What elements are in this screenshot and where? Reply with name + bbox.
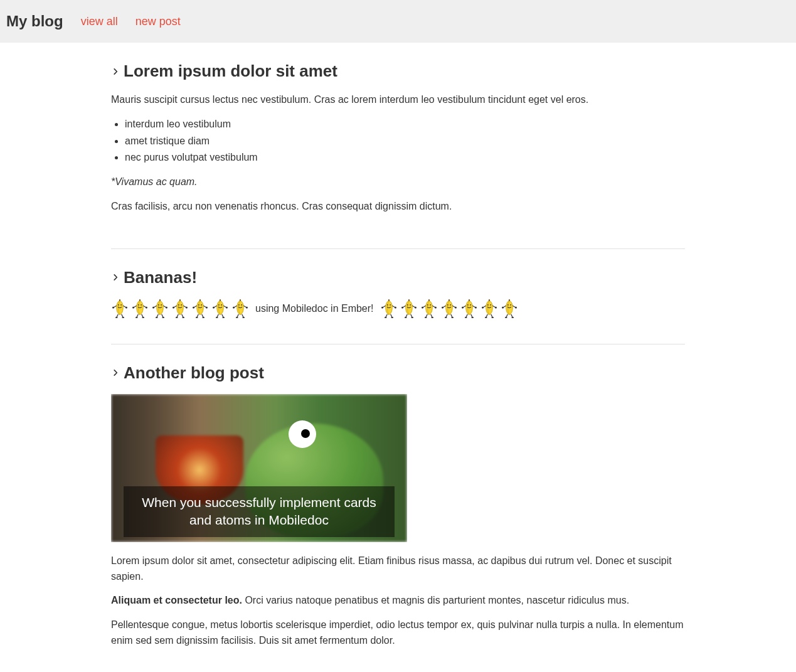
svg-point-35 — [172, 307, 174, 309]
dancing-banana-icon — [501, 299, 518, 319]
chevron-right-icon — [111, 368, 120, 377]
svg-point-129 — [467, 304, 468, 306]
svg-point-91 — [415, 307, 417, 309]
post-body: When you successfully implement cards an… — [111, 394, 685, 649]
svg-rect-43 — [179, 299, 181, 301]
chevron-right-icon — [111, 67, 120, 76]
svg-point-150 — [511, 317, 514, 318]
svg-point-64 — [221, 304, 222, 306]
svg-point-53 — [201, 304, 202, 306]
svg-rect-109 — [428, 299, 430, 301]
svg-point-113 — [455, 307, 457, 309]
nav-view-all[interactable]: view all — [81, 15, 118, 28]
svg-rect-32 — [159, 299, 161, 301]
svg-point-95 — [411, 317, 413, 318]
svg-point-84 — [391, 317, 393, 318]
svg-point-94 — [404, 317, 406, 318]
dancing-banana-icon — [131, 299, 149, 319]
post-title-link[interactable]: Bananas! — [111, 268, 685, 287]
dancing-banana-icon — [191, 299, 209, 319]
svg-point-138 — [484, 317, 487, 318]
dancing-banana-icon — [400, 299, 418, 319]
svg-point-134 — [482, 307, 484, 309]
svg-point-9 — [120, 304, 122, 306]
svg-point-46 — [193, 307, 194, 309]
svg-rect-120 — [448, 299, 450, 301]
svg-rect-65 — [220, 299, 221, 301]
list-item: nec purus volutpat vestibulum — [125, 150, 685, 166]
svg-point-50 — [196, 317, 198, 318]
svg-point-106 — [431, 317, 433, 318]
svg-point-83 — [384, 317, 386, 318]
dancing-banana-icon — [211, 299, 229, 319]
post-paragraph: Cras facilisis, arcu non venenatis rhonc… — [111, 199, 685, 215]
dancing-banana-icon — [460, 299, 478, 319]
svg-rect-54 — [199, 299, 201, 301]
svg-rect-142 — [489, 299, 490, 301]
svg-point-41 — [178, 304, 179, 306]
svg-point-145 — [502, 307, 504, 309]
svg-point-90 — [401, 307, 403, 309]
svg-point-105 — [424, 317, 427, 318]
post-title: Lorem ipsum dolor sit amet — [124, 61, 337, 81]
dancing-banana-icon — [171, 299, 189, 319]
svg-point-8 — [118, 304, 119, 306]
svg-rect-76 — [240, 299, 241, 301]
svg-point-108 — [430, 304, 431, 306]
post-paragraph: Aliquam et consectetur leo. Orci varius … — [111, 593, 685, 609]
svg-point-86 — [390, 304, 391, 306]
svg-point-135 — [495, 307, 497, 309]
svg-point-28 — [156, 317, 158, 318]
bold-text: Aliquam et consectetur leo. — [111, 595, 242, 605]
svg-point-73 — [242, 317, 245, 318]
banana-text: using Mobiledoc in Ember! — [255, 301, 374, 316]
svg-point-42 — [181, 304, 182, 306]
dancing-banana-icon — [480, 299, 498, 319]
svg-point-29 — [162, 317, 164, 318]
svg-point-128 — [471, 317, 474, 318]
svg-point-117 — [451, 317, 454, 318]
svg-rect-131 — [469, 299, 470, 301]
svg-point-7 — [122, 317, 124, 318]
svg-point-31 — [161, 304, 162, 306]
svg-point-139 — [491, 317, 494, 318]
post-body: using Mobiledoc in Ember! — [111, 299, 685, 319]
post-title: Another blog post — [124, 363, 264, 383]
svg-point-97 — [410, 304, 411, 306]
svg-point-52 — [198, 304, 199, 306]
post: Another blog post When you successfully … — [111, 344, 685, 672]
svg-point-75 — [241, 304, 242, 306]
post-bullet-list: interdum leo vestibulum amet tristique d… — [125, 117, 685, 166]
dancing-banana-icon — [440, 299, 458, 319]
dancing-banana-icon — [420, 299, 438, 319]
dancing-banana-icon — [151, 299, 169, 319]
svg-point-141 — [490, 304, 491, 306]
post-title-link[interactable]: Lorem ipsum dolor sit amet — [111, 61, 685, 81]
nav-new-post[interactable]: new post — [135, 15, 181, 28]
post-body: Mauris suscipit cursus lectus nec vestib… — [111, 92, 685, 215]
svg-point-2 — [112, 307, 114, 309]
svg-point-107 — [427, 304, 428, 306]
svg-point-140 — [487, 304, 488, 306]
post-title: Bananas! — [124, 268, 197, 287]
post: Lorem ipsum dolor sit amet Mauris suscip… — [111, 43, 685, 249]
image-caption: When you successfully implement cards an… — [124, 486, 395, 537]
svg-point-47 — [206, 307, 208, 309]
svg-point-118 — [447, 304, 448, 306]
svg-point-152 — [510, 304, 511, 306]
svg-rect-98 — [408, 299, 410, 301]
svg-point-58 — [226, 307, 228, 309]
list-item: interdum leo vestibulum — [125, 117, 685, 132]
svg-rect-87 — [388, 299, 390, 301]
svg-point-6 — [115, 317, 118, 318]
post-text: Orci varius natoque penatibus et magnis … — [242, 595, 629, 605]
svg-point-13 — [132, 307, 134, 309]
svg-point-102 — [435, 307, 437, 309]
post-title-link[interactable]: Another blog post — [111, 363, 685, 383]
svg-point-112 — [442, 307, 443, 309]
post-paragraph: Lorem ipsum dolor sit amet, consectetur … — [111, 553, 685, 585]
svg-point-151 — [507, 304, 508, 306]
meme-image: When you successfully implement cards an… — [111, 394, 407, 542]
svg-point-20 — [141, 304, 142, 306]
svg-point-19 — [138, 304, 139, 306]
